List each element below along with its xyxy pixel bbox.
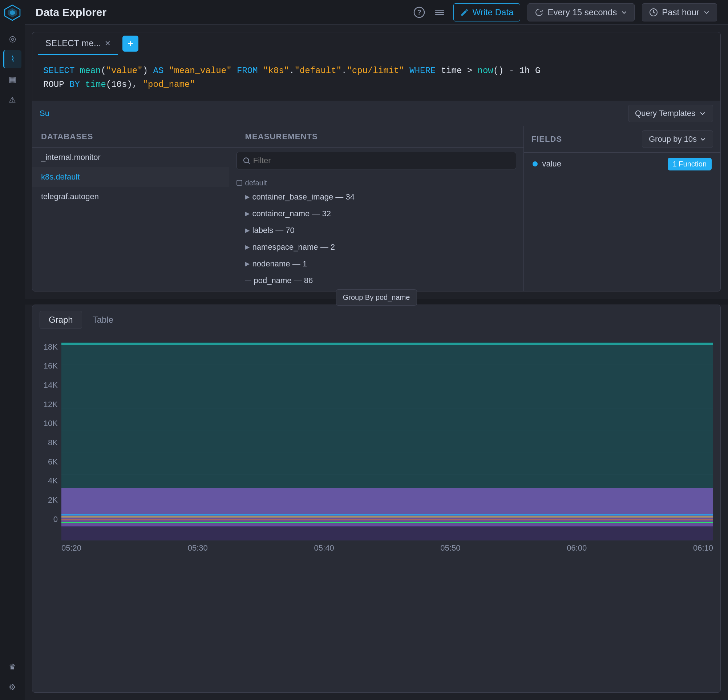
group-by-label: Group by 10s: [649, 135, 697, 144]
svg-rect-29: [61, 526, 713, 541]
field-label: value: [542, 159, 561, 169]
fields-column: Fields Group by 10s value 1 Function: [524, 126, 720, 291]
app-logo[interactable]: [3, 4, 22, 22]
svg-text:?: ?: [417, 9, 421, 16]
main-content: Data Explorer ? Write Data: [25, 0, 728, 700]
time-range-button[interactable]: Past hour: [642, 3, 717, 22]
schema-explorer: Databases _internal.monitor k8s.default …: [32, 126, 720, 291]
query-tab-bar: SELECT me... ✕ +: [32, 32, 720, 55]
group-by-button[interactable]: Group by 10s: [642, 130, 713, 148]
db-label: _internal.monitor: [41, 153, 101, 162]
time-range-label: Past hour: [662, 7, 699, 17]
measurement-section-label: default: [237, 176, 517, 189]
function-badge[interactable]: 1 Function: [668, 158, 712, 171]
databases-header: Databases: [32, 126, 229, 148]
sidebar-icon-dashboards[interactable]: ▦: [3, 71, 22, 89]
write-data-button[interactable]: Write Data: [454, 3, 521, 22]
measurement-item[interactable]: ▶ container_name — 32: [237, 205, 517, 222]
svg-rect-5: [435, 10, 444, 11]
query-templates-label: Query Templates: [635, 108, 695, 118]
graph-panel: Graph Table 18K 16K 14K 12K 10K 8K 6K 4K…: [32, 305, 721, 693]
db-label: telegraf.autogen: [41, 192, 99, 201]
query-panel: SELECT me... ✕ + SELECT mean("value") AS…: [32, 32, 721, 292]
svg-rect-7: [435, 14, 444, 15]
tab-table[interactable]: Table: [84, 311, 123, 329]
sidebar-icon-settings[interactable]: ⚙: [3, 678, 22, 696]
write-data-label: Write Data: [472, 7, 514, 17]
chart-svg: [61, 342, 713, 541]
measurements-column: Measurements default: [229, 126, 524, 291]
query-templates-button[interactable]: Query Templates: [628, 105, 713, 122]
measurement-section: default ▶ container_base_image — 34 ▶ co…: [229, 174, 524, 291]
fields-header-row: Fields Group by 10s: [524, 126, 720, 153]
measurement-item-pod-name[interactable]: — pod_name — 86 Group By pod_name: [237, 272, 517, 289]
menu-icon[interactable]: [433, 6, 446, 19]
add-query-button[interactable]: +: [123, 36, 139, 52]
tab-graph[interactable]: Graph: [40, 311, 82, 329]
query-tab-1[interactable]: SELECT me... ✕: [38, 32, 118, 55]
refresh-label: Every 15 seconds: [547, 7, 617, 17]
query-tab-label: SELECT me...: [45, 38, 101, 48]
submit-query-button[interactable]: Su: [40, 108, 49, 118]
top-header: Data Explorer ? Write Data: [25, 0, 728, 25]
svg-rect-6: [435, 12, 444, 13]
measurement-filter-input[interactable]: [253, 156, 510, 165]
measurement-item[interactable]: ▶ container_base_image — 34: [237, 189, 517, 205]
page-title: Data Explorer: [36, 6, 405, 19]
field-item-value[interactable]: value 1 Function: [524, 153, 720, 175]
refresh-button[interactable]: Every 15 seconds: [527, 3, 635, 22]
sidebar-icon-data-explorer[interactable]: ⌇: [3, 50, 22, 68]
help-icon[interactable]: ?: [413, 6, 426, 19]
chart-area: 18K 16K 14K 12K 10K 8K 6K 4K 2K 0: [32, 335, 720, 546]
fields-header: Fields: [531, 135, 562, 144]
db-item-telegraf[interactable]: telegraf.autogen: [32, 187, 229, 207]
databases-column: Databases _internal.monitor k8s.default …: [32, 126, 229, 291]
measurement-item[interactable]: ▶ labels — 70: [237, 222, 517, 239]
tab-close-icon[interactable]: ✕: [105, 39, 111, 48]
group-by-tooltip: Group By pod_name: [336, 289, 417, 306]
db-item-k8s[interactable]: k8s.default: [32, 167, 229, 187]
query-toolbar: Su Query Templates: [32, 101, 720, 126]
chart-y-axis: 18K 16K 14K 12K 10K 8K 6K 4K 2K 0: [32, 342, 61, 539]
svg-rect-23: [61, 488, 713, 527]
db-label: k8s.default: [41, 172, 79, 182]
measurement-item[interactable]: ▶ nodename — 1: [237, 256, 517, 272]
svg-rect-10: [237, 180, 242, 185]
db-item-internal[interactable]: _internal.monitor: [32, 148, 229, 167]
sidebar-icon-admin[interactable]: ♛: [3, 658, 22, 676]
chart-visualization: [61, 342, 713, 541]
sql-editor[interactable]: SELECT mean("value") AS "mean_value" FRO…: [32, 55, 720, 101]
sidebar-icon-explore[interactable]: ◎: [3, 30, 22, 48]
field-dot: [533, 161, 538, 166]
chart-main: 05:20 05:30 05:40 05:50 06:00 06:10: [61, 342, 713, 539]
measurements-header: Measurements: [237, 126, 326, 147]
chart-x-axis: 05:20 05:30 05:40 05:50 06:00 06:10: [61, 541, 713, 553]
measurement-item[interactable]: ▶ namespace_name — 2: [237, 239, 517, 256]
graph-tab-bar: Graph Table: [32, 305, 720, 335]
sidebar: ◎ ⌇ ▦ ⚠ ♛ ⚙: [0, 0, 25, 700]
sidebar-icon-alerts[interactable]: ⚠: [3, 91, 22, 109]
measurement-filter-wrapper: [237, 152, 517, 169]
